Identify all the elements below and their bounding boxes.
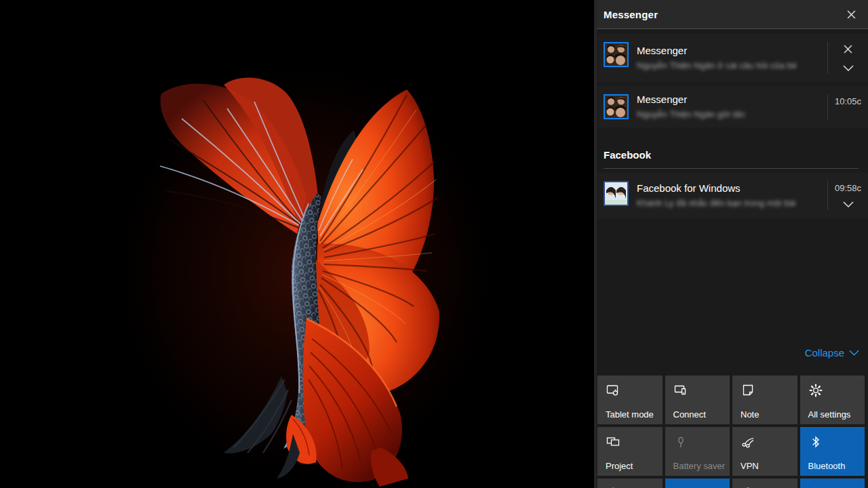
expand-notification-button[interactable] xyxy=(840,62,856,74)
notification-messenger-1[interactable]: Messenger Nguyễn Thiện Ngân ở cái câu hỏ… xyxy=(594,34,868,82)
quick-action-vpn[interactable]: VPN xyxy=(732,427,797,476)
vpn-icon xyxy=(741,434,755,449)
tile-label: VPN xyxy=(741,461,759,471)
betta-fish-wallpaper xyxy=(0,0,594,488)
quick-action-battery-saver[interactable]: Battery saver xyxy=(665,427,730,476)
tile-label: Project xyxy=(606,461,633,471)
tile-label: All settings xyxy=(808,409,851,420)
notification-app-name: Facebook for Windows xyxy=(637,182,819,195)
close-icon xyxy=(847,10,856,19)
group-header-messenger-sticky: Messenger xyxy=(594,0,868,29)
notification-timestamp: 10:05c xyxy=(835,96,861,106)
tile-label: Bluetooth xyxy=(808,461,846,471)
expand-notification-button[interactable] xyxy=(840,199,856,210)
group-separator xyxy=(604,168,859,169)
scrollbar-track[interactable] xyxy=(594,0,597,488)
tile-label: Note xyxy=(741,409,759,420)
quick-action-project[interactable]: Project xyxy=(597,427,663,476)
notification-message: Khánh Ly đã nhắc đến bạn trong một bài xyxy=(637,197,819,209)
notification-avatar xyxy=(604,42,629,67)
notification-message: Nguyễn Thiện Ngân gửi tấn xyxy=(637,108,819,121)
quick-action-connect[interactable]: Connect xyxy=(665,375,730,424)
notification-message: Nguyễn Thiện Ngân ở cái câu hỏi của bé xyxy=(637,60,819,72)
quick-actions-grid: Tablet mode Connect Note xyxy=(597,375,865,488)
notification-meta: 09:58c xyxy=(827,181,868,210)
notification-avatar xyxy=(604,181,629,206)
tile-label: Battery saver xyxy=(673,461,726,471)
notification-body: Messenger Nguyễn Thiện Ngân ở cái câu hỏ… xyxy=(629,41,827,75)
collapse-label: Collapse xyxy=(805,347,844,359)
close-icon xyxy=(844,45,852,54)
notification-messenger-2[interactable]: Messenger Nguyễn Thiện Ngân gửi tấn 10:0… xyxy=(594,86,868,127)
quick-action-bluetooth[interactable]: Bluetooth xyxy=(800,427,865,476)
tablet-mode-icon xyxy=(606,383,620,398)
tile-label: Connect xyxy=(673,409,706,420)
connect-icon xyxy=(673,383,688,398)
quick-action-note[interactable]: Note xyxy=(732,375,797,424)
settings-gear-icon xyxy=(808,383,823,398)
quick-action-tablet-mode[interactable]: Tablet mode xyxy=(597,375,663,424)
quick-action-location[interactable] xyxy=(800,479,865,488)
bluetooth-icon xyxy=(808,434,823,449)
project-icon xyxy=(606,434,620,449)
quick-action-wifi[interactable] xyxy=(665,479,730,488)
dismiss-notification-button[interactable] xyxy=(841,42,855,56)
collapse-quick-actions-link[interactable]: Collapse xyxy=(805,347,859,359)
notification-controls xyxy=(827,42,868,74)
desktop-wallpaper xyxy=(0,0,594,488)
chevron-down-icon xyxy=(843,65,854,71)
notification-body: Facebook for Windows Khánh Ly đã nhắc đế… xyxy=(629,180,827,211)
notification-app-name: Messenger xyxy=(637,44,819,58)
group-title: Messenger xyxy=(604,9,658,20)
group-header-facebook: Facebook xyxy=(604,149,859,161)
avatar-photo xyxy=(605,182,627,205)
quick-action-brightness[interactable] xyxy=(597,479,663,488)
notification-body: Messenger Nguyễn Thiện Ngân gửi tấn xyxy=(629,93,827,121)
quick-action-all-settings[interactable]: All settings xyxy=(800,375,865,424)
chevron-down-icon xyxy=(849,350,859,356)
battery-saver-icon xyxy=(673,434,688,449)
avatar-photo xyxy=(605,43,627,66)
dismiss-group-button[interactable] xyxy=(844,7,859,22)
notification-timestamp: 09:58c xyxy=(835,183,861,193)
notification-facebook-1[interactable]: Facebook for Windows Khánh Ly đã nhắc đế… xyxy=(594,173,868,218)
screen: Messenger Messenger Nguyễn Thiện Ngân ở … xyxy=(0,0,868,488)
note-icon xyxy=(741,383,755,398)
tile-label: Tablet mode xyxy=(606,409,654,420)
chevron-down-icon xyxy=(843,201,854,207)
notification-avatar xyxy=(604,94,629,119)
notification-app-name: Messenger xyxy=(637,93,819,106)
quick-action-quiet-hours[interactable] xyxy=(732,479,797,488)
notification-meta: 10:05c xyxy=(827,94,868,119)
avatar-photo xyxy=(605,96,627,118)
